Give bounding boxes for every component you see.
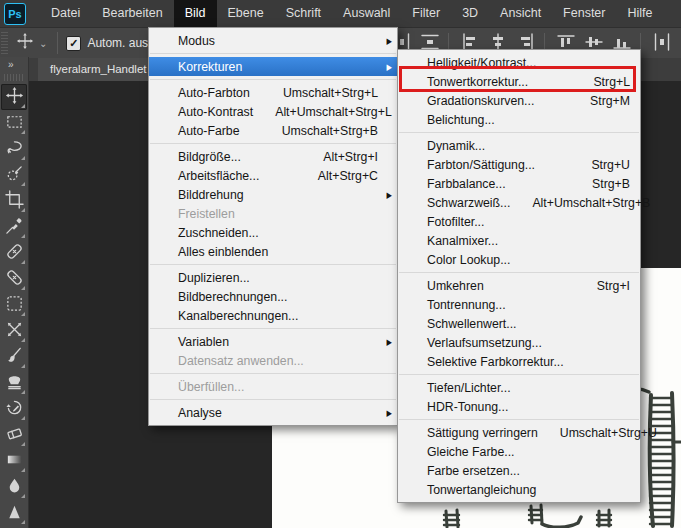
- collapse-panel-button[interactable]: »: [0, 57, 28, 73]
- menu-item-label: Selektive Farbkorrektur...: [427, 355, 564, 369]
- photoshop-logo-icon[interactable]: Ps: [4, 3, 26, 25]
- menu-item-datensatz-anwenden[interactable]: Datensatz anwenden... ▶: [149, 351, 397, 370]
- menu-item-helligkeit-kontrast[interactable]: Helligkeit/Kontrast... ▶: [398, 53, 640, 72]
- menu-item-selektive-farbkorrektur[interactable]: Selektive Farbkorrektur... ▶: [398, 352, 640, 371]
- crop-tool[interactable]: [1, 188, 27, 214]
- menu-item-saettigung-verringern[interactable]: Sättigung verringern Umschalt+Strg+U ▶: [398, 423, 640, 442]
- distribute-horizontal-centers-button[interactable]: [648, 31, 673, 55]
- brush-tool[interactable]: [1, 344, 27, 370]
- menubar-item-bearbeiten[interactable]: Bearbeiten: [91, 0, 173, 27]
- menu-item-belichtung[interactable]: Belichtung... ▶: [398, 110, 640, 129]
- menu-item-label: HDR-Tonung...: [427, 400, 508, 414]
- menu-item-gradationskurven[interactable]: Gradationskurven... Strg+M ▶: [398, 91, 640, 110]
- spot-healing-brush-tool[interactable]: [1, 240, 27, 266]
- separator: [150, 373, 396, 374]
- spot-heal-icon: [5, 242, 24, 265]
- menu-item-umkehren[interactable]: Umkehren Strg+I ▶: [398, 276, 640, 295]
- menu-item-farbe-ersetzen[interactable]: Farbe ersetzen... ▶: [398, 461, 640, 480]
- menu-item-duplizieren[interactable]: Duplizieren... ▶: [149, 268, 397, 287]
- menubar-item-label: Filter: [412, 6, 440, 20]
- menubar-item-label: Ansicht: [500, 6, 541, 20]
- eyedropper-tool[interactable]: [1, 214, 27, 240]
- menu-item-bildgroesse[interactable]: Bildgröße... Alt+Strg+I ▶: [149, 147, 397, 166]
- rectangular-marquee-tool[interactable]: [1, 110, 27, 136]
- menu-item-verlaufsumsetzung[interactable]: Verlaufsumsetzung... ▶: [398, 333, 640, 352]
- menu-item-gleiche-farbe[interactable]: Gleiche Farbe... ▶: [398, 442, 640, 461]
- menu-item-zuschneiden[interactable]: Zuschneiden... ▶: [149, 223, 397, 242]
- crossed-arrows-tool[interactable]: [1, 318, 27, 344]
- menubar-item-ansicht[interactable]: Ansicht: [489, 0, 552, 27]
- lasso-tool[interactable]: [1, 136, 27, 162]
- menu-item-label: Modus: [178, 34, 215, 48]
- menu-item-tonwertkorrektur[interactable]: Tonwertkorrektur... Strg+L ▶: [398, 72, 640, 91]
- separator: [150, 79, 396, 80]
- menu-item-variablen[interactable]: Variablen ▶: [149, 332, 397, 351]
- menu-item-label: Überfüllen...: [178, 380, 244, 394]
- menubar-item-label: Hilfe: [628, 6, 653, 20]
- menu-item-hdr-tonung[interactable]: HDR-Tonung... ▶: [398, 397, 640, 416]
- tool-list: [0, 84, 28, 526]
- panel-grip[interactable]: [4, 74, 24, 81]
- menu-item-dynamik[interactable]: Dynamik... ▶: [398, 136, 640, 155]
- distribute-top-edges-button[interactable]: [676, 31, 681, 55]
- menu-item-shortcut: Alt+Strg+C: [296, 169, 378, 183]
- submenu-arrow-icon: ▶: [381, 408, 392, 418]
- clone-stamp-tool[interactable]: [1, 370, 27, 396]
- menu-item-modus[interactable]: Modus ▶: [149, 31, 397, 50]
- menu-item-bilddrehung[interactable]: Bilddrehung ▶: [149, 185, 397, 204]
- tool-preset-picker[interactable]: ⌄: [16, 32, 47, 54]
- checkbox-checked-icon[interactable]: ✓: [66, 36, 81, 51]
- menubar-item-datei[interactable]: Datei: [40, 0, 91, 27]
- menu-item-auto-farbton[interactable]: Auto-Farbton Umschalt+Strg+L ▶: [149, 83, 397, 102]
- move-tool[interactable]: [1, 84, 27, 110]
- menu-item-label: Korrekturen: [178, 60, 242, 74]
- separator: [150, 53, 396, 54]
- sharpen-tool[interactable]: [1, 500, 27, 526]
- menubar-item-schrift[interactable]: Schrift: [275, 0, 332, 27]
- menu-item-shortcut: Alt+Umschalt+Strg+B: [510, 196, 650, 210]
- menu-item-label: Duplizieren...: [178, 271, 250, 285]
- menu-item-label: Color Lookup...: [427, 253, 510, 267]
- menu-item-tonwertangleichung[interactable]: Tonwertangleichung ▶: [398, 480, 640, 499]
- healing-brush-tool[interactable]: [1, 266, 27, 292]
- document-tab[interactable]: flyeralarm_Handlet: [38, 57, 160, 81]
- menu-item-tiefen-lichter[interactable]: Tiefen/Lichter... ▶: [398, 378, 640, 397]
- menu-item-korrekturen[interactable]: Korrekturen ▶: [149, 57, 397, 76]
- menu-item-color-lookup[interactable]: Color Lookup... ▶: [398, 250, 640, 269]
- menu-item-schwarzweiss[interactable]: Schwarzweiß... Alt+Umschalt+Strg+B ▶: [398, 193, 640, 212]
- menu-item-schwellenwert[interactable]: Schwellenwert... ▶: [398, 314, 640, 333]
- menu-item-fotofilter[interactable]: Fotofilter... ▶: [398, 212, 640, 231]
- menubar-item-auswahl[interactable]: Auswahl: [332, 0, 401, 27]
- menu-item-analyse[interactable]: Analyse ▶: [149, 403, 397, 422]
- menu-item-farbton-saettigung[interactable]: Farbton/Sättigung... Strg+U ▶: [398, 155, 640, 174]
- gradient-tool[interactable]: [1, 448, 27, 474]
- menubar-item-hilfe[interactable]: Hilfe: [617, 0, 664, 27]
- menu-item-label: Tonwertangleichung: [427, 483, 536, 497]
- dashed-frame-tool[interactable]: [1, 292, 27, 318]
- history-brush-tool[interactable]: [1, 396, 27, 422]
- eraser-tool[interactable]: [1, 422, 27, 448]
- menubar-item-filter[interactable]: Filter: [401, 0, 451, 27]
- menu-item-freistellen[interactable]: Freistellen ▶: [149, 204, 397, 223]
- separator: [399, 419, 639, 420]
- options-bar-grip[interactable]: [1, 32, 8, 54]
- submenu-arrow-icon: ▶: [381, 62, 392, 72]
- menu-item-arbeitsflaeche[interactable]: Arbeitsfläche... Alt+Strg+C ▶: [149, 166, 397, 185]
- menubar-item-bild[interactable]: Bild: [174, 0, 217, 27]
- menubar-item-3d[interactable]: 3D: [451, 0, 489, 27]
- photoshop-window: Ps Datei Bearbeiten Bild Ebene Schrift A…: [0, 0, 681, 528]
- menu-item-kanalmixer[interactable]: Kanalmixer... ▶: [398, 231, 640, 250]
- menubar-item-fenster[interactable]: Fenster: [552, 0, 616, 27]
- menu-item-farbbalance[interactable]: Farbbalance... Strg+B ▶: [398, 174, 640, 193]
- quick-selection-tool[interactable]: [1, 162, 27, 188]
- menu-item-bildberechnungen[interactable]: Bildberechnungen... ▶: [149, 287, 397, 306]
- menu-item-tontrennung[interactable]: Tontrennung... ▶: [398, 295, 640, 314]
- menu-item-alles-einblenden[interactable]: Alles einblenden ▶: [149, 242, 397, 261]
- menu-item-auto-farbe[interactable]: Auto-Farbe Umschalt+Strg+B ▶: [149, 121, 397, 140]
- menu-item-label: Kanalberechnungen...: [178, 309, 298, 323]
- menu-item-kanalberechnungen[interactable]: Kanalberechnungen... ▶: [149, 306, 397, 325]
- menu-item-ueberfuellen[interactable]: Überfüllen... ▶: [149, 377, 397, 396]
- menubar-item-ebene[interactable]: Ebene: [217, 0, 275, 27]
- blur-tool[interactable]: [1, 474, 27, 500]
- menu-item-auto-kontrast[interactable]: Auto-Kontrast Alt+Umschalt+Strg+L ▶: [149, 102, 397, 121]
